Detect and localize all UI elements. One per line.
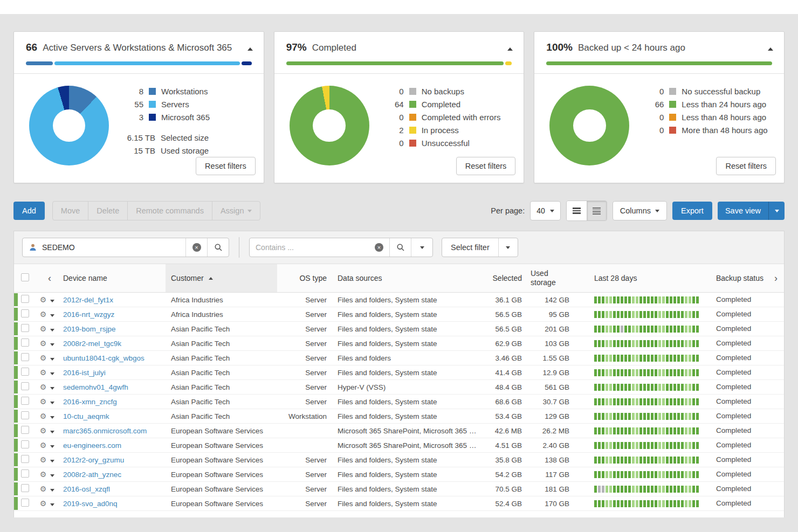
table-row[interactable]: ⚙ marc365.onmicrosoft.com European Softw… — [14, 424, 784, 438]
row-actions-dropdown[interactable] — [50, 383, 63, 391]
add-button[interactable]: Add — [13, 202, 45, 220]
backup-history-bar[interactable] — [594, 471, 699, 478]
customer-filter-field[interactable]: SEDEMO — [23, 238, 185, 257]
table-row[interactable]: ⚙ ubuntu18041-cgk_wbgos Asian Pacific Te… — [14, 351, 784, 365]
table-row[interactable]: ⚙ 2012r-del_fyt1x Africa Industries Serv… — [14, 293, 784, 307]
row-actions-dropdown[interactable] — [50, 340, 63, 348]
select-all-checkbox[interactable] — [21, 273, 29, 281]
row-settings-gear-icon[interactable]: ⚙ — [36, 441, 50, 450]
row-actions-dropdown[interactable] — [50, 427, 63, 435]
backup-history-bar[interactable] — [594, 311, 699, 318]
table-row[interactable]: ⚙ 2008r2-mel_tgc9k Asian Pacific Tech Se… — [14, 336, 784, 351]
comfortable-view-button[interactable] — [567, 201, 587, 220]
device-name-link[interactable]: 2008r2-ath_yznec — [63, 471, 121, 479]
row-settings-gear-icon[interactable]: ⚙ — [36, 485, 50, 493]
device-name-link[interactable]: 2019-bom_rsjpe — [63, 325, 116, 333]
row-actions-dropdown[interactable] — [50, 310, 63, 319]
reset-filters-button[interactable]: Reset filters — [196, 157, 256, 175]
legend-item[interactable]: 3Microsoft 365 — [125, 113, 254, 122]
device-name-link[interactable]: 2016-ist_julyi — [63, 369, 106, 377]
row-settings-gear-icon[interactable]: ⚙ — [36, 470, 50, 479]
row-checkbox[interactable] — [21, 353, 29, 361]
row-settings-gear-icon[interactable]: ⚙ — [36, 455, 50, 464]
legend-item[interactable]: 64Completed — [386, 100, 514, 109]
collapse-card-icon[interactable] — [768, 47, 773, 51]
scroll-columns-right-button[interactable]: › — [769, 273, 783, 284]
row-actions-dropdown[interactable] — [50, 456, 63, 464]
table-row[interactable]: ⚙ 2016-nrt_wzgyz Africa Industries Serve… — [14, 307, 784, 322]
header-backup-status[interactable]: Backup status — [699, 274, 769, 283]
row-actions-dropdown[interactable] — [50, 412, 63, 420]
collapse-columns-left-button[interactable]: ‹ — [36, 273, 63, 284]
backup-history-bar[interactable] — [594, 427, 699, 434]
delete-button[interactable]: Delete — [88, 202, 127, 220]
backup-history-bar[interactable] — [594, 296, 699, 303]
backup-history-bar[interactable] — [594, 340, 699, 347]
row-settings-gear-icon[interactable]: ⚙ — [36, 397, 50, 406]
legend-item[interactable]: 0Less than 48 hours ago — [645, 113, 774, 122]
row-settings-gear-icon[interactable]: ⚙ — [36, 354, 50, 362]
legend-item[interactable]: 0Completed with errors — [386, 113, 514, 122]
header-selected[interactable]: Selected — [480, 274, 522, 282]
backup-history-bar[interactable] — [594, 384, 699, 391]
compact-view-button[interactable] — [587, 201, 607, 220]
row-checkbox[interactable] — [21, 469, 29, 478]
row-actions-dropdown[interactable] — [50, 500, 63, 508]
row-checkbox[interactable] — [21, 295, 29, 303]
row-checkbox[interactable] — [21, 484, 29, 492]
row-checkbox[interactable] — [21, 382, 29, 390]
table-row[interactable]: ⚙ 2016-ist_julyi Asian Pacific Tech Serv… — [14, 365, 784, 380]
columns-button[interactable]: Columns — [613, 201, 667, 220]
row-settings-gear-icon[interactable]: ⚙ — [36, 383, 50, 391]
table-row[interactable]: ⚙ 2008r2-ath_yznec European Software Ser… — [14, 467, 784, 482]
reset-filters-button[interactable]: Reset filters — [716, 157, 776, 175]
remote-commands-button[interactable]: Remote commands — [127, 202, 212, 220]
backup-history-bar[interactable] — [594, 355, 699, 362]
legend-item[interactable]: 66Less than 24 hours ago — [645, 100, 774, 109]
header-last-28-days[interactable]: Last 28 days — [569, 274, 699, 282]
per-page-select[interactable]: 40 — [530, 201, 561, 220]
device-name-link[interactable]: 2019-svo_ad0nq — [63, 500, 118, 508]
clear-icon[interactable]: × — [375, 243, 383, 252]
device-name-link[interactable]: 10-ctu_aeqmk — [63, 412, 109, 420]
save-view-button[interactable]: Save view — [718, 202, 768, 220]
device-name-link[interactable]: 2016-xmn_zncfg — [63, 398, 117, 406]
donut-chart[interactable] — [290, 86, 369, 165]
backup-history-bar[interactable] — [594, 369, 699, 376]
collapse-card-icon[interactable] — [247, 47, 253, 51]
backup-history-bar[interactable] — [594, 326, 699, 333]
export-button[interactable]: Export — [672, 202, 712, 220]
row-settings-gear-icon[interactable]: ⚙ — [36, 310, 50, 319]
backup-history-bar[interactable] — [594, 413, 699, 420]
device-name-link[interactable]: 2012r-del_fyt1x — [63, 296, 113, 304]
backup-history-bar[interactable] — [594, 500, 699, 507]
row-checkbox[interactable] — [21, 455, 29, 463]
clear-customer-filter-button[interactable]: × — [185, 238, 207, 257]
row-settings-gear-icon[interactable]: ⚙ — [36, 426, 50, 435]
row-checkbox[interactable] — [21, 397, 29, 405]
contains-search-button[interactable] — [389, 238, 411, 257]
row-actions-dropdown[interactable] — [50, 325, 63, 333]
table-row[interactable]: ⚙ 2012r2-ory_gzumu European Software Ser… — [14, 453, 784, 467]
device-name-link[interactable]: ubuntu18041-cgk_wbgos — [63, 354, 145, 362]
header-device-name[interactable]: Device name — [63, 274, 166, 282]
legend-item[interactable]: 55Servers — [125, 100, 254, 109]
header-used-storage[interactable]: Used storage — [522, 269, 569, 287]
backup-history-bar[interactable] — [594, 442, 699, 449]
move-button[interactable]: Move — [53, 202, 88, 220]
customer-search-button[interactable] — [207, 238, 229, 257]
row-actions-dropdown[interactable] — [50, 369, 63, 377]
row-checkbox[interactable] — [21, 499, 29, 507]
table-row[interactable]: ⚙ 10-ctu_aeqmk Asian Pacific Tech Workst… — [14, 409, 784, 424]
header-os-type[interactable]: OS type — [277, 274, 329, 282]
device-name-link[interactable]: eu-engineers.com — [63, 441, 121, 450]
row-checkbox[interactable] — [21, 309, 29, 317]
row-checkbox[interactable] — [21, 368, 29, 376]
device-name-link[interactable]: 2016-osl_xzqfl — [63, 485, 110, 493]
backup-history-bar[interactable] — [594, 486, 699, 493]
table-row[interactable]: ⚙ eu-engineers.com European Software Ser… — [14, 438, 784, 453]
row-settings-gear-icon[interactable]: ⚙ — [36, 295, 50, 304]
header-data-sources[interactable]: Data sources — [329, 274, 480, 282]
reset-filters-button[interactable]: Reset filters — [456, 157, 516, 175]
table-row[interactable]: ⚙ 2019-svo_ad0nq European Software Servi… — [14, 496, 784, 511]
